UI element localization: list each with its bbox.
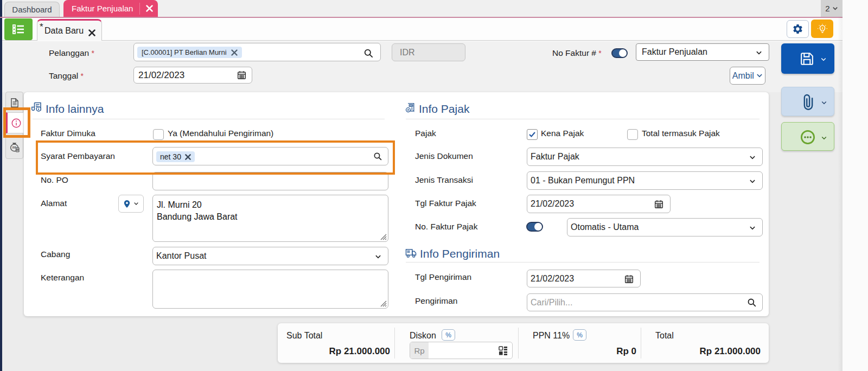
svg-text:TAX: TAX bbox=[410, 105, 413, 107]
